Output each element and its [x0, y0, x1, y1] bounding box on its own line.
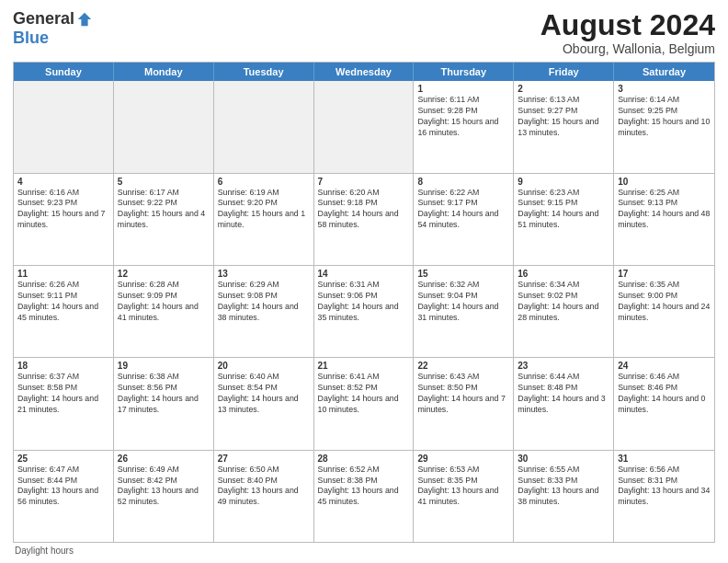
day-number: 16 [518, 269, 609, 279]
svg-marker-0 [78, 12, 91, 25]
day-info: Sunrise: 6:37 AM Sunset: 8:58 PM Dayligh… [17, 372, 109, 416]
day-number: 13 [218, 269, 310, 279]
calendar-cell: 8Sunrise: 6:22 AM Sunset: 9:17 PM Daylig… [414, 174, 514, 265]
day-info: Sunrise: 6:16 AM Sunset: 9:23 PM Dayligh… [17, 188, 109, 232]
day-number: 29 [417, 454, 509, 464]
day-number: 4 [17, 177, 109, 187]
calendar-cell: 2Sunrise: 6:13 AM Sunset: 9:27 PM Daylig… [514, 81, 614, 172]
calendar-header-cell: Friday [514, 63, 614, 81]
day-number: 31 [618, 454, 711, 464]
calendar-cell: 27Sunrise: 6:50 AM Sunset: 8:40 PM Dayli… [214, 451, 314, 542]
day-number: 8 [417, 177, 509, 187]
calendar-cell: 21Sunrise: 6:41 AM Sunset: 8:52 PM Dayli… [314, 358, 415, 449]
calendar-cell: 24Sunrise: 6:46 AM Sunset: 8:46 PM Dayli… [614, 358, 714, 449]
day-info: Sunrise: 6:56 AM Sunset: 8:31 PM Dayligh… [618, 465, 711, 509]
calendar-cell: 19Sunrise: 6:38 AM Sunset: 8:56 PM Dayli… [114, 358, 214, 449]
day-number: 6 [218, 177, 310, 187]
calendar-row: 18Sunrise: 6:37 AM Sunset: 8:58 PM Dayli… [14, 358, 714, 450]
day-info: Sunrise: 6:26 AM Sunset: 9:11 PM Dayligh… [17, 280, 109, 324]
day-info: Sunrise: 6:14 AM Sunset: 9:25 PM Dayligh… [618, 95, 711, 139]
day-info: Sunrise: 6:55 AM Sunset: 8:33 PM Dayligh… [518, 465, 609, 509]
day-info: Sunrise: 6:49 AM Sunset: 8:42 PM Dayligh… [118, 465, 210, 509]
day-info: Sunrise: 6:13 AM Sunset: 9:27 PM Dayligh… [518, 95, 609, 139]
calendar-cell: 22Sunrise: 6:43 AM Sunset: 8:50 PM Dayli… [414, 358, 514, 449]
calendar-cell [214, 81, 314, 172]
calendar-cell: 30Sunrise: 6:55 AM Sunset: 8:33 PM Dayli… [514, 451, 614, 542]
calendar-header-cell: Tuesday [214, 63, 314, 81]
calendar-cell: 15Sunrise: 6:32 AM Sunset: 9:04 PM Dayli… [414, 266, 514, 357]
calendar: SundayMondayTuesdayWednesdayThursdayFrid… [13, 62, 715, 543]
day-number: 7 [318, 177, 410, 187]
day-info: Sunrise: 6:29 AM Sunset: 9:08 PM Dayligh… [218, 280, 310, 324]
calendar-header-cell: Sunday [14, 63, 114, 81]
day-number: 10 [618, 177, 711, 187]
day-info: Sunrise: 6:20 AM Sunset: 9:18 PM Dayligh… [318, 188, 410, 232]
day-info: Sunrise: 6:47 AM Sunset: 8:44 PM Dayligh… [17, 465, 109, 509]
calendar-header-cell: Wednesday [314, 63, 415, 81]
day-number: 27 [218, 454, 310, 464]
logo: General Blue [13, 9, 93, 48]
day-info: Sunrise: 6:38 AM Sunset: 8:56 PM Dayligh… [118, 372, 210, 416]
day-number: 24 [618, 361, 711, 371]
calendar-cell: 7Sunrise: 6:20 AM Sunset: 9:18 PM Daylig… [314, 174, 415, 265]
day-number: 23 [518, 361, 609, 371]
day-number: 3 [618, 84, 711, 94]
day-info: Sunrise: 6:19 AM Sunset: 9:20 PM Dayligh… [218, 188, 310, 232]
day-number: 22 [417, 361, 509, 371]
calendar-cell: 23Sunrise: 6:44 AM Sunset: 8:48 PM Dayli… [514, 358, 614, 449]
calendar-cell: 12Sunrise: 6:28 AM Sunset: 9:09 PM Dayli… [114, 266, 214, 357]
calendar-cell: 16Sunrise: 6:34 AM Sunset: 9:02 PM Dayli… [514, 266, 614, 357]
header: General Blue August 2024 Obourg, Walloni… [13, 9, 715, 56]
day-number: 21 [318, 361, 410, 371]
calendar-row: 4Sunrise: 6:16 AM Sunset: 9:23 PM Daylig… [14, 174, 714, 266]
calendar-cell [114, 81, 214, 172]
calendar-row: 25Sunrise: 6:47 AM Sunset: 8:44 PM Dayli… [14, 451, 714, 543]
day-number: 28 [318, 454, 410, 464]
day-info: Sunrise: 6:28 AM Sunset: 9:09 PM Dayligh… [118, 280, 210, 324]
calendar-cell: 3Sunrise: 6:14 AM Sunset: 9:25 PM Daylig… [614, 81, 714, 172]
calendar-body: 1Sunrise: 6:11 AM Sunset: 9:28 PM Daylig… [14, 81, 714, 543]
day-info: Sunrise: 6:35 AM Sunset: 9:00 PM Dayligh… [618, 280, 711, 324]
day-number: 12 [118, 269, 210, 279]
day-number: 15 [417, 269, 509, 279]
calendar-header-cell: Saturday [614, 63, 714, 81]
day-number: 9 [518, 177, 609, 187]
footer-note: Daylight hours [13, 546, 715, 556]
page: General Blue August 2024 Obourg, Walloni… [0, 0, 728, 563]
day-number: 14 [318, 269, 410, 279]
day-info: Sunrise: 6:17 AM Sunset: 9:22 PM Dayligh… [118, 188, 210, 232]
calendar-header-cell: Monday [114, 63, 214, 81]
calendar-cell: 20Sunrise: 6:40 AM Sunset: 8:54 PM Dayli… [214, 358, 314, 449]
day-info: Sunrise: 6:46 AM Sunset: 8:46 PM Dayligh… [618, 372, 711, 416]
day-number: 11 [17, 269, 109, 279]
calendar-header: SundayMondayTuesdayWednesdayThursdayFrid… [14, 63, 714, 81]
logo-icon [76, 11, 93, 28]
day-number: 30 [518, 454, 609, 464]
calendar-cell: 9Sunrise: 6:23 AM Sunset: 9:15 PM Daylig… [514, 174, 614, 265]
subtitle: Obourg, Wallonia, Belgium [540, 41, 715, 56]
calendar-cell: 29Sunrise: 6:53 AM Sunset: 8:35 PM Dayli… [414, 451, 514, 542]
calendar-cell [14, 81, 114, 172]
calendar-row: 11Sunrise: 6:26 AM Sunset: 9:11 PM Dayli… [14, 266, 714, 358]
day-info: Sunrise: 6:11 AM Sunset: 9:28 PM Dayligh… [417, 95, 509, 139]
calendar-cell: 25Sunrise: 6:47 AM Sunset: 8:44 PM Dayli… [14, 451, 114, 542]
calendar-cell: 13Sunrise: 6:29 AM Sunset: 9:08 PM Dayli… [214, 266, 314, 357]
day-number: 17 [618, 269, 711, 279]
day-number: 2 [518, 84, 609, 94]
calendar-cell [314, 81, 415, 172]
title-block: August 2024 Obourg, Wallonia, Belgium [540, 9, 715, 56]
calendar-cell: 11Sunrise: 6:26 AM Sunset: 9:11 PM Dayli… [14, 266, 114, 357]
day-number: 25 [17, 454, 109, 464]
main-title: August 2024 [540, 9, 715, 41]
calendar-cell: 5Sunrise: 6:17 AM Sunset: 9:22 PM Daylig… [114, 174, 214, 265]
day-info: Sunrise: 6:25 AM Sunset: 9:13 PM Dayligh… [618, 188, 711, 232]
calendar-cell: 18Sunrise: 6:37 AM Sunset: 8:58 PM Dayli… [14, 358, 114, 449]
day-info: Sunrise: 6:41 AM Sunset: 8:52 PM Dayligh… [318, 372, 410, 416]
day-number: 26 [118, 454, 210, 464]
day-info: Sunrise: 6:22 AM Sunset: 9:17 PM Dayligh… [417, 188, 509, 232]
day-number: 5 [118, 177, 210, 187]
logo-blue-text: Blue [13, 29, 49, 48]
day-info: Sunrise: 6:34 AM Sunset: 9:02 PM Dayligh… [518, 280, 609, 324]
day-info: Sunrise: 6:52 AM Sunset: 8:38 PM Dayligh… [318, 465, 410, 509]
day-info: Sunrise: 6:43 AM Sunset: 8:50 PM Dayligh… [417, 372, 509, 416]
